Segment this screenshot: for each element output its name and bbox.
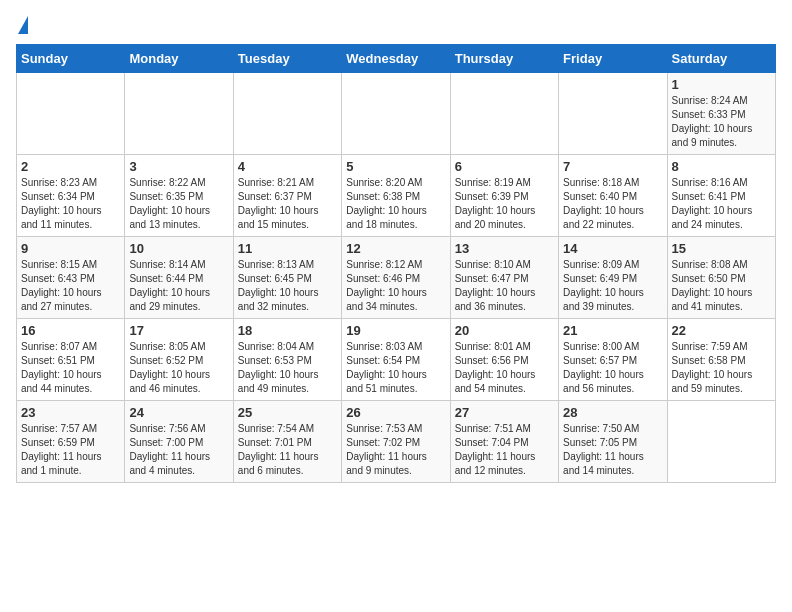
day-info: Sunrise: 8:01 AM Sunset: 6:56 PM Dayligh… <box>455 340 554 396</box>
day-number: 20 <box>455 323 554 338</box>
calendar-cell <box>559 73 667 155</box>
logo <box>16 16 28 36</box>
day-of-week-header: Monday <box>125 45 233 73</box>
calendar-cell: 12Sunrise: 8:12 AM Sunset: 6:46 PM Dayli… <box>342 237 450 319</box>
day-number: 13 <box>455 241 554 256</box>
day-info: Sunrise: 8:08 AM Sunset: 6:50 PM Dayligh… <box>672 258 771 314</box>
day-of-week-header: Sunday <box>17 45 125 73</box>
day-info: Sunrise: 8:04 AM Sunset: 6:53 PM Dayligh… <box>238 340 337 396</box>
calendar-cell <box>125 73 233 155</box>
calendar-cell: 4Sunrise: 8:21 AM Sunset: 6:37 PM Daylig… <box>233 155 341 237</box>
day-info: Sunrise: 8:14 AM Sunset: 6:44 PM Dayligh… <box>129 258 228 314</box>
calendar-cell: 26Sunrise: 7:53 AM Sunset: 7:02 PM Dayli… <box>342 401 450 483</box>
calendar-cell: 19Sunrise: 8:03 AM Sunset: 6:54 PM Dayli… <box>342 319 450 401</box>
day-number: 27 <box>455 405 554 420</box>
day-info: Sunrise: 7:53 AM Sunset: 7:02 PM Dayligh… <box>346 422 445 478</box>
calendar-cell: 13Sunrise: 8:10 AM Sunset: 6:47 PM Dayli… <box>450 237 558 319</box>
day-number: 7 <box>563 159 662 174</box>
day-info: Sunrise: 7:56 AM Sunset: 7:00 PM Dayligh… <box>129 422 228 478</box>
day-number: 22 <box>672 323 771 338</box>
calendar-cell <box>17 73 125 155</box>
calendar-header-row: SundayMondayTuesdayWednesdayThursdayFrid… <box>17 45 776 73</box>
day-number: 1 <box>672 77 771 92</box>
calendar-cell: 11Sunrise: 8:13 AM Sunset: 6:45 PM Dayli… <box>233 237 341 319</box>
day-info: Sunrise: 8:10 AM Sunset: 6:47 PM Dayligh… <box>455 258 554 314</box>
calendar-cell: 18Sunrise: 8:04 AM Sunset: 6:53 PM Dayli… <box>233 319 341 401</box>
calendar-table: SundayMondayTuesdayWednesdayThursdayFrid… <box>16 44 776 483</box>
calendar-cell: 6Sunrise: 8:19 AM Sunset: 6:39 PM Daylig… <box>450 155 558 237</box>
calendar-cell: 20Sunrise: 8:01 AM Sunset: 6:56 PM Dayli… <box>450 319 558 401</box>
day-of-week-header: Friday <box>559 45 667 73</box>
day-info: Sunrise: 8:12 AM Sunset: 6:46 PM Dayligh… <box>346 258 445 314</box>
day-info: Sunrise: 8:15 AM Sunset: 6:43 PM Dayligh… <box>21 258 120 314</box>
day-info: Sunrise: 8:24 AM Sunset: 6:33 PM Dayligh… <box>672 94 771 150</box>
day-number: 28 <box>563 405 662 420</box>
calendar-cell: 22Sunrise: 7:59 AM Sunset: 6:58 PM Dayli… <box>667 319 775 401</box>
calendar-week-row: 23Sunrise: 7:57 AM Sunset: 6:59 PM Dayli… <box>17 401 776 483</box>
calendar-cell: 27Sunrise: 7:51 AM Sunset: 7:04 PM Dayli… <box>450 401 558 483</box>
calendar-week-row: 16Sunrise: 8:07 AM Sunset: 6:51 PM Dayli… <box>17 319 776 401</box>
calendar-cell: 10Sunrise: 8:14 AM Sunset: 6:44 PM Dayli… <box>125 237 233 319</box>
day-info: Sunrise: 8:03 AM Sunset: 6:54 PM Dayligh… <box>346 340 445 396</box>
day-number: 4 <box>238 159 337 174</box>
day-number: 21 <box>563 323 662 338</box>
day-number: 17 <box>129 323 228 338</box>
day-of-week-header: Saturday <box>667 45 775 73</box>
day-number: 23 <box>21 405 120 420</box>
calendar-cell: 1Sunrise: 8:24 AM Sunset: 6:33 PM Daylig… <box>667 73 775 155</box>
day-info: Sunrise: 7:50 AM Sunset: 7:05 PM Dayligh… <box>563 422 662 478</box>
day-info: Sunrise: 8:18 AM Sunset: 6:40 PM Dayligh… <box>563 176 662 232</box>
calendar-cell <box>233 73 341 155</box>
calendar-cell: 21Sunrise: 8:00 AM Sunset: 6:57 PM Dayli… <box>559 319 667 401</box>
calendar-cell: 7Sunrise: 8:18 AM Sunset: 6:40 PM Daylig… <box>559 155 667 237</box>
calendar-cell <box>667 401 775 483</box>
calendar-week-row: 9Sunrise: 8:15 AM Sunset: 6:43 PM Daylig… <box>17 237 776 319</box>
calendar-cell: 2Sunrise: 8:23 AM Sunset: 6:34 PM Daylig… <box>17 155 125 237</box>
day-info: Sunrise: 8:21 AM Sunset: 6:37 PM Dayligh… <box>238 176 337 232</box>
calendar-week-row: 1Sunrise: 8:24 AM Sunset: 6:33 PM Daylig… <box>17 73 776 155</box>
day-number: 16 <box>21 323 120 338</box>
day-number: 14 <box>563 241 662 256</box>
day-info: Sunrise: 8:07 AM Sunset: 6:51 PM Dayligh… <box>21 340 120 396</box>
calendar-cell: 16Sunrise: 8:07 AM Sunset: 6:51 PM Dayli… <box>17 319 125 401</box>
calendar-cell: 23Sunrise: 7:57 AM Sunset: 6:59 PM Dayli… <box>17 401 125 483</box>
day-number: 10 <box>129 241 228 256</box>
day-number: 2 <box>21 159 120 174</box>
calendar-cell: 5Sunrise: 8:20 AM Sunset: 6:38 PM Daylig… <box>342 155 450 237</box>
day-info: Sunrise: 8:13 AM Sunset: 6:45 PM Dayligh… <box>238 258 337 314</box>
calendar-cell: 17Sunrise: 8:05 AM Sunset: 6:52 PM Dayli… <box>125 319 233 401</box>
day-info: Sunrise: 8:16 AM Sunset: 6:41 PM Dayligh… <box>672 176 771 232</box>
day-number: 3 <box>129 159 228 174</box>
day-of-week-header: Wednesday <box>342 45 450 73</box>
day-number: 18 <box>238 323 337 338</box>
calendar-cell <box>342 73 450 155</box>
calendar-cell: 28Sunrise: 7:50 AM Sunset: 7:05 PM Dayli… <box>559 401 667 483</box>
logo-triangle-icon <box>18 16 28 34</box>
calendar-cell: 3Sunrise: 8:22 AM Sunset: 6:35 PM Daylig… <box>125 155 233 237</box>
day-info: Sunrise: 8:23 AM Sunset: 6:34 PM Dayligh… <box>21 176 120 232</box>
calendar-cell: 25Sunrise: 7:54 AM Sunset: 7:01 PM Dayli… <box>233 401 341 483</box>
day-info: Sunrise: 8:20 AM Sunset: 6:38 PM Dayligh… <box>346 176 445 232</box>
day-info: Sunrise: 7:59 AM Sunset: 6:58 PM Dayligh… <box>672 340 771 396</box>
day-info: Sunrise: 8:19 AM Sunset: 6:39 PM Dayligh… <box>455 176 554 232</box>
day-info: Sunrise: 7:51 AM Sunset: 7:04 PM Dayligh… <box>455 422 554 478</box>
page-header <box>16 16 776 36</box>
day-info: Sunrise: 8:05 AM Sunset: 6:52 PM Dayligh… <box>129 340 228 396</box>
day-info: Sunrise: 8:22 AM Sunset: 6:35 PM Dayligh… <box>129 176 228 232</box>
day-number: 5 <box>346 159 445 174</box>
calendar-cell: 24Sunrise: 7:56 AM Sunset: 7:00 PM Dayli… <box>125 401 233 483</box>
day-of-week-header: Tuesday <box>233 45 341 73</box>
day-number: 26 <box>346 405 445 420</box>
calendar-cell: 15Sunrise: 8:08 AM Sunset: 6:50 PM Dayli… <box>667 237 775 319</box>
calendar-cell: 9Sunrise: 8:15 AM Sunset: 6:43 PM Daylig… <box>17 237 125 319</box>
day-number: 15 <box>672 241 771 256</box>
day-number: 11 <box>238 241 337 256</box>
day-info: Sunrise: 7:54 AM Sunset: 7:01 PM Dayligh… <box>238 422 337 478</box>
calendar-cell: 8Sunrise: 8:16 AM Sunset: 6:41 PM Daylig… <box>667 155 775 237</box>
day-info: Sunrise: 7:57 AM Sunset: 6:59 PM Dayligh… <box>21 422 120 478</box>
calendar-week-row: 2Sunrise: 8:23 AM Sunset: 6:34 PM Daylig… <box>17 155 776 237</box>
day-number: 9 <box>21 241 120 256</box>
day-number: 8 <box>672 159 771 174</box>
day-number: 6 <box>455 159 554 174</box>
day-info: Sunrise: 8:00 AM Sunset: 6:57 PM Dayligh… <box>563 340 662 396</box>
